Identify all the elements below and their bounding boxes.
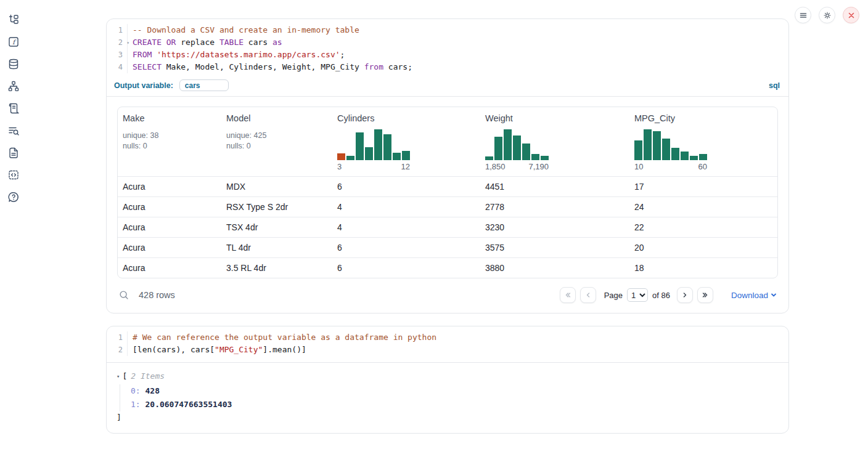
tree-entry-key: 1: [131,400,145,409]
histogram-bar [485,156,493,160]
code-text: FROM 'https://datasets.marimo.app/cars.c… [128,49,345,61]
histogram-bar [634,140,642,160]
chevron-down-icon[interactable]: ▾ [117,373,120,379]
table-cell: 6 [332,258,480,278]
table-footer: 428 rows Page 1 of 86 [117,287,778,303]
axis-tick-label: 1,850 [485,162,506,171]
first-page-button[interactable] [560,287,576,303]
search-button[interactable] [118,289,129,301]
code-token: as [272,38,282,47]
page-select[interactable]: 1 [627,288,648,302]
scroll-icon[interactable] [7,102,20,115]
last-page-button[interactable] [697,287,713,303]
column-name[interactable]: Cylinders [337,113,475,123]
table-cell: TL 4dr [221,238,332,257]
python-output-tree: ▾ [ 2 Items 0: 4281: 20.060747663551403 … [107,363,788,433]
function-square-icon[interactable]: f [7,36,20,48]
code-token [152,50,157,59]
histogram-bar [662,139,670,160]
prev-page-button[interactable] [580,287,596,303]
code-token: FROM [133,50,152,59]
file-tree-icon[interactable] [7,14,20,26]
column-name[interactable]: Weight [485,113,624,123]
document-icon[interactable] [7,147,20,159]
axis-tick-label: 10 [634,162,643,171]
column-header-weight: Weight1,8507,190 [480,107,629,176]
line-number: 4 [107,61,128,73]
table-row: Acura3.5 RL 4dr6388018 [118,257,777,278]
chevrons-left-icon [564,291,571,299]
axis-tick-label: 60 [698,162,707,171]
data-table: Makeunique: 38nulls: 0Modelunique: 425nu… [117,107,778,278]
code-text: CREATE OR replace TABLE cars as [128,36,282,49]
code-token: replace [176,38,219,47]
column-name[interactable]: MPG_City [634,113,772,123]
next-page-button[interactable] [677,287,693,303]
histogram-bar [653,131,661,160]
code-token: "MPG_City" [215,345,263,354]
output-variable-label: Output variable: [114,81,173,90]
fold-chevron-icon[interactable]: ▾ [126,37,129,49]
tree-entry-key: 0: [131,386,145,395]
table-row: AcuraRSX Type S 2dr4277824 [118,196,777,217]
axis-tick-label: 7,190 [528,162,549,171]
sql-code-editor[interactable]: 1-- Download a CSV and create an in-memo… [107,19,788,77]
tree-entry-value: 20.060747663551403 [145,400,232,409]
python-cell: 1# We can reference the output variable … [106,326,789,434]
histogram-bar [402,151,410,160]
download-menu[interactable]: Download [731,291,777,300]
table-cell: 17 [629,177,777,196]
table-header-row: Makeunique: 38nulls: 0Modelunique: 425nu… [118,107,777,176]
column-name[interactable]: Model [226,113,327,123]
code-line[interactable]: 1-- Download a CSV and create an in-memo… [107,24,788,36]
table-cell: RSX Type S 2dr [221,197,332,217]
line-number: 1 [107,331,128,344]
histogram-bar [356,132,364,160]
table-cell: 3880 [480,258,629,278]
table-cell: 24 [629,197,777,217]
code-line[interactable]: 3FROM 'https://datasets.marimo.app/cars.… [107,49,788,61]
table-cell: Acura [118,177,221,196]
close-bracket: ] [117,413,779,422]
output-variable-input[interactable] [179,79,229,91]
items-count-label: 2 Items [131,371,165,381]
page-label: Page [604,291,623,300]
histogram-bar [522,144,530,160]
code-text: -- Download a CSV and create an in-memor… [128,24,359,36]
column-histogram: 1060 [634,128,772,171]
tree-header: ▾ [ 2 Items [117,371,779,381]
code-token [162,38,166,47]
histogram-bar [671,148,679,160]
code-line[interactable]: 2▾CREATE OR replace TABLE cars as [107,36,788,49]
code-text: # We can reference the output variable a… [128,331,436,344]
table-cell: 22 [629,217,777,237]
dependency-graph-icon[interactable] [7,80,20,92]
language-badge: sql [769,81,780,90]
rows-count: 428 rows [139,290,175,300]
table-cell: TSX 4dr [221,217,332,237]
list-search-icon[interactable] [7,124,20,137]
histogram-bar [365,147,373,160]
table-cell: Acura [118,258,221,278]
python-code-editor[interactable]: 1# We can reference the output variable … [107,326,788,363]
column-name[interactable]: Make [123,113,216,123]
column-header-make: Makeunique: 38nulls: 0 [118,107,221,176]
code-line[interactable]: 2[len(cars), cars["MPG_City"].mean()] [107,344,788,356]
code-token: 'https://datasets.marimo.app/cars.csv' [157,50,340,59]
code-token: ; [340,50,345,59]
help-icon[interactable] [7,191,20,203]
sql-cell: 1-- Download a CSV and create an in-memo… [106,18,789,313]
page-of-label: of 86 [652,291,670,300]
tree-entries: 0: 4281: 20.060747663551403 [120,384,779,411]
code-line[interactable]: 4SELECT Make, Model, Cylinders, Weight, … [107,61,788,73]
pagination: Page 1 of 86 Download [560,287,777,303]
notebook-main: 1-- Download a CSV and create an in-memo… [27,0,868,449]
histogram-bars [634,128,707,160]
table-row: AcuraTL 4dr6357520 [118,237,777,257]
code-token: CREATE [133,38,162,47]
database-icon[interactable] [7,58,20,70]
code-token: Make, Model, Cylinders, Weight, MPG_City [162,62,364,71]
code-snippets-icon[interactable] [7,169,20,181]
code-line[interactable]: 1# We can reference the output variable … [107,331,788,344]
histogram-axis-labels: 1,8507,190 [485,162,549,171]
